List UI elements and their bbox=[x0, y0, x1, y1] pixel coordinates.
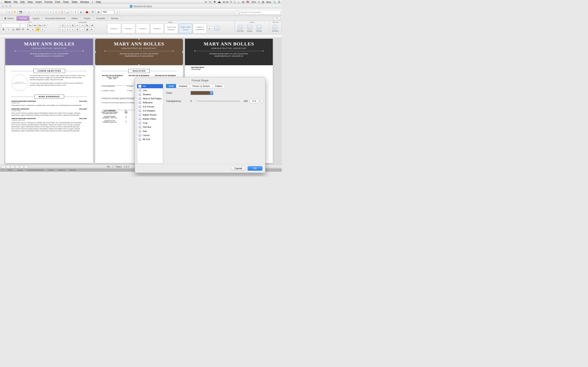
toolbox-button[interactable]: 🧰 bbox=[85, 10, 89, 15]
view-outline-button[interactable] bbox=[6, 165, 10, 168]
transparency-value[interactable]: 0 % bbox=[250, 99, 259, 103]
zoom-window-button[interactable] bbox=[9, 5, 11, 7]
help-button[interactable]: ? bbox=[115, 10, 120, 15]
menu-insert[interactable]: Insert bbox=[35, 1, 42, 3]
category-crop[interactable]: Crop bbox=[137, 121, 163, 125]
align-right-button[interactable]: ≡ bbox=[70, 27, 75, 31]
flag-icon[interactable]: 🇺🇸 bbox=[246, 1, 249, 3]
ribbon-tab-docelements[interactable]: Document Elements bbox=[42, 16, 68, 21]
font-panel-button[interactable] bbox=[213, 24, 221, 33]
align-left-button[interactable]: ≡ bbox=[61, 27, 65, 31]
shading-button[interactable]: ▦ bbox=[85, 27, 89, 31]
ribbon-tab-review[interactable]: Review bbox=[108, 16, 121, 21]
style-heading4[interactable]: Heading 4 bbox=[150, 24, 164, 33]
style-heading2[interactable]: Heading 2 bbox=[122, 24, 135, 33]
fill-tab-picture[interactable]: Picture or Texture bbox=[190, 84, 213, 88]
script-menu-icon[interactable]: ⦚ bbox=[92, 1, 93, 3]
change-case-button[interactable]: Aa bbox=[38, 23, 42, 27]
view-notebook-button[interactable] bbox=[20, 165, 24, 168]
wifi-icon[interactable]: ◡ bbox=[238, 1, 240, 3]
styles-more-button[interactable]: ▸ bbox=[208, 26, 212, 30]
menu-font[interactable]: Font bbox=[55, 1, 60, 3]
power-icon[interactable]: ⏻ bbox=[262, 1, 264, 3]
category-3drotation[interactable]: 3-D Rotation bbox=[137, 109, 163, 113]
minimize-window-button[interactable] bbox=[5, 5, 8, 7]
new-doc-button[interactable]: ▫ bbox=[1, 10, 6, 15]
vertical-ruler[interactable] bbox=[0, 38, 4, 165]
photo-placeholder[interactable]: Right click>Format Shape>Fill>Picture or… bbox=[11, 75, 28, 91]
ok-button[interactable]: OK bbox=[248, 166, 262, 171]
zoom-combo[interactable]: 75% bbox=[102, 10, 114, 14]
menu-help[interactable]: Help bbox=[96, 1, 101, 3]
menu-format[interactable]: Format bbox=[44, 1, 52, 3]
category-reflection[interactable]: Reflection bbox=[137, 100, 163, 105]
page-1[interactable]: MARY ANN BOLLES ADMINISTRATIVE ASSISTANT… bbox=[5, 39, 93, 163]
category-glow[interactable]: Glow & Soft Edges bbox=[137, 96, 163, 100]
menu-edit[interactable]: Edit bbox=[20, 1, 25, 3]
menu-table[interactable]: Table bbox=[71, 1, 77, 3]
volume-icon[interactable]: ◂)) bbox=[242, 1, 244, 3]
category-fill[interactable]: Fill bbox=[137, 84, 163, 88]
clock-icon[interactable]: ◷ bbox=[205, 1, 207, 3]
ribbon-tab-tables[interactable]: Tables bbox=[68, 16, 81, 21]
ribbon-tab-format[interactable]: Format bbox=[17, 16, 30, 21]
multilevel-button[interactable]: ⇶ bbox=[70, 23, 75, 27]
menu-view[interactable]: View bbox=[27, 1, 33, 3]
sort-button[interactable]: A↓ bbox=[90, 27, 94, 31]
sidebar-button[interactable]: ◧ bbox=[79, 10, 84, 15]
underline-button[interactable]: U bbox=[11, 27, 16, 31]
show-formatting-button[interactable]: ¶ bbox=[73, 10, 78, 15]
color-picker[interactable]: ⇅ bbox=[190, 91, 213, 95]
header-page2[interactable]: MARY ANN BOLLES ADMINISTRATIVE ASSISTANT… bbox=[95, 39, 183, 65]
category-3dformat[interactable]: 3-D Format bbox=[137, 105, 163, 109]
category-size[interactable]: Size bbox=[137, 129, 163, 133]
transparency-stepper[interactable] bbox=[261, 99, 263, 103]
bluetooth-icon[interactable]: ᛒ bbox=[234, 1, 236, 3]
ribbon-collapse-button[interactable] bbox=[273, 17, 277, 20]
category-layout[interactable]: Layout bbox=[137, 133, 163, 137]
category-shadow[interactable]: Shadow bbox=[137, 92, 163, 96]
copy-button[interactable]: ⎘ bbox=[54, 10, 59, 15]
highlight-button[interactable]: ab bbox=[35, 27, 40, 31]
style-heading3[interactable]: Heading 3 bbox=[136, 24, 149, 33]
style-heading5[interactable]: AaBbCcDdIHeading 5 bbox=[164, 24, 178, 33]
redo-button[interactable]: ↷ bbox=[40, 10, 45, 15]
view-print-button[interactable] bbox=[15, 165, 19, 168]
insert-textbox-button[interactable]: Text Box bbox=[236, 24, 245, 33]
justify-button[interactable]: ≣ bbox=[75, 27, 80, 31]
category-textbox[interactable]: Text Box bbox=[137, 125, 163, 129]
save-button[interactable]: 💾 bbox=[18, 10, 23, 15]
line-spacing-button[interactable]: ↕ bbox=[80, 27, 85, 31]
media-button[interactable]: 🎵 bbox=[90, 10, 95, 15]
style-normal[interactable]: AaBbCcDdEeNormal bbox=[179, 24, 192, 33]
format-painter-button[interactable]: 🖌 bbox=[65, 10, 70, 15]
spotlight-icon[interactable]: 🔍 bbox=[273, 1, 276, 3]
style-organization[interactable]: AABBCCLOrganization bbox=[193, 24, 207, 33]
user-name[interactable]: Alice bbox=[266, 1, 271, 3]
fill-tab-gradient[interactable]: Gradient bbox=[176, 84, 190, 88]
font-family-combo[interactable] bbox=[1, 23, 20, 27]
insert-shape-button[interactable]: Shape bbox=[245, 24, 254, 33]
slider-thumb[interactable] bbox=[195, 100, 198, 102]
rtl-button[interactable]: ◂¶ bbox=[90, 23, 94, 27]
print-button[interactable]: ⎙ bbox=[26, 10, 31, 15]
paste-button[interactable]: 📋 bbox=[60, 10, 64, 15]
font-size-combo[interactable] bbox=[20, 23, 27, 27]
clear-formatting-button[interactable]: A⃠ bbox=[43, 23, 47, 27]
undo-button[interactable]: ↶ bbox=[34, 10, 39, 15]
header-page3[interactable]: MARY ANN BOLLES ADMINISTRATIVE ASSISTANT… bbox=[185, 39, 273, 65]
cut-button[interactable]: ✂ bbox=[48, 10, 53, 15]
category-alttext[interactable]: Alt Text bbox=[137, 137, 163, 141]
evernote-icon[interactable]: 🐘 bbox=[209, 1, 212, 3]
bold-button[interactable]: B bbox=[1, 27, 6, 31]
dropbox-icon[interactable]: ⛃ bbox=[214, 1, 216, 3]
menu-file[interactable]: File bbox=[13, 1, 17, 3]
insert-picture-button[interactable]: Picture bbox=[255, 24, 263, 33]
fill-tab-pattern[interactable]: Pattern bbox=[213, 84, 225, 88]
decrease-indent-button[interactable]: ⇤ bbox=[75, 23, 80, 27]
ribbon-tab-smartart[interactable]: SmartArt bbox=[93, 16, 108, 21]
ai-badge[interactable]: AI 10 bbox=[223, 1, 228, 3]
search-field[interactable]: Search in Document bbox=[236, 10, 281, 15]
view-focus-button[interactable] bbox=[24, 165, 28, 168]
view-draft-button[interactable] bbox=[2, 165, 6, 168]
